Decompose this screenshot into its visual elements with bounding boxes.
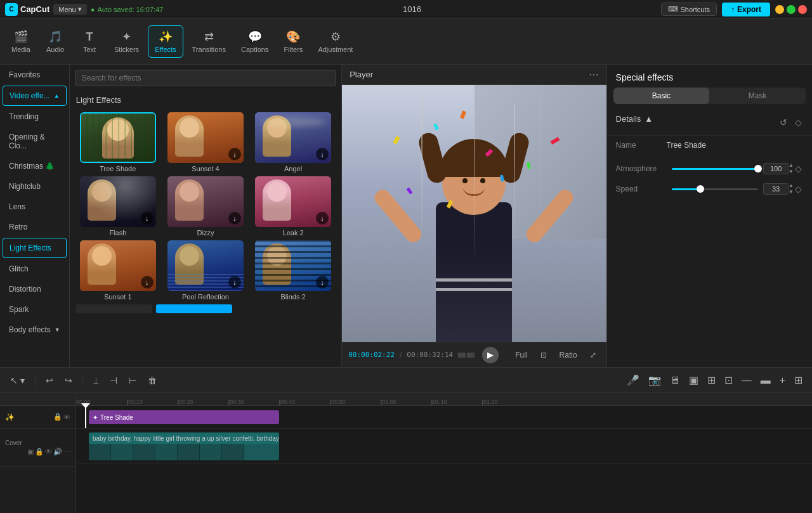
download-icon-sunset1[interactable]: ↓ [141, 276, 154, 289]
maximize-button[interactable] [787, 5, 796, 14]
fit-button[interactable]: ⊞ [791, 372, 806, 388]
tool-captions[interactable]: 💬 Captions [235, 26, 275, 57]
zoom-minus-icon[interactable]: — [738, 373, 755, 388]
crop-button[interactable]: ⊡ [537, 349, 551, 361]
filters-icon: 🎨 [286, 30, 300, 44]
video-clip-container[interactable]: baby birthday. happy little girl throwin… [89, 432, 279, 460]
speed-decrement[interactable]: ▼ [789, 189, 794, 195]
atmosphere-value-input[interactable] [763, 163, 789, 174]
atmosphere-increment[interactable]: ▲ [789, 162, 794, 169]
speed-increment[interactable]: ▲ [789, 183, 794, 189]
video-more-button[interactable]: ⋯ [63, 448, 70, 456]
ratio-button[interactable]: Ratio [556, 349, 581, 361]
shortcuts-button[interactable]: ⌨ Shortcuts [661, 3, 717, 16]
zoom-plus-icon[interactable]: + [776, 373, 789, 388]
sidebar-item-lens[interactable]: Lens [3, 197, 67, 216]
app-logo: C CapCut [5, 3, 49, 16]
speed-slider[interactable] [672, 183, 759, 195]
sidebar-item-spark[interactable]: Spark [3, 300, 67, 319]
reset-button[interactable]: ↺ [778, 116, 789, 129]
speed-diamond-icon[interactable]: ◇ [794, 183, 803, 195]
effect-item-tree-shade[interactable]: Tree Shade [76, 112, 160, 172]
slider-thumb[interactable] [754, 165, 762, 172]
download-icon-pool[interactable]: ↓ [228, 276, 241, 289]
sidebar-item-distortion[interactable]: Distortion [3, 280, 67, 299]
text-icon: T [86, 30, 93, 44]
delete-button[interactable]: 🗑 [144, 373, 160, 387]
video-visibility-button[interactable]: 👁 [45, 448, 52, 456]
export-button[interactable]: ↑ Export [722, 3, 770, 16]
tool-media[interactable]: 🎬 Media [5, 26, 37, 57]
expand-button[interactable]: ⤢ [586, 349, 600, 361]
transition-icon[interactable]: ⊡ [721, 372, 736, 388]
zoom-slider-icon[interactable]: ▬ [757, 373, 774, 388]
download-icon-leak2[interactable]: ↓ [316, 212, 329, 224]
effects-search-input[interactable] [75, 70, 336, 86]
sidebar-item-glitch[interactable]: Glitch [3, 259, 67, 278]
play-button[interactable]: ▶ [482, 347, 499, 363]
video-audio-button[interactable]: 🔊 [53, 448, 62, 456]
split-left-button[interactable]: ⊣ [106, 373, 121, 387]
tab-mask[interactable]: Mask [709, 88, 806, 104]
screen-rec-icon[interactable]: 🖥 [667, 373, 683, 388]
pip-icon[interactable]: ▣ [686, 372, 702, 388]
effect-visibility-button[interactable]: 👁 [63, 413, 70, 421]
effect-clip[interactable]: ✦ Tree Shade [89, 410, 279, 424]
split-button[interactable]: ⟂ [89, 373, 102, 387]
diamond-button[interactable]: ◇ [794, 116, 803, 129]
download-icon-dizzy[interactable]: ↓ [228, 212, 241, 224]
tool-filters[interactable]: 🎨 Filters [277, 26, 309, 57]
tool-text[interactable]: T Text [74, 27, 105, 57]
sidebar-item-light-effects[interactable]: Light Effects [3, 238, 67, 258]
minimize-button[interactable] [775, 5, 784, 14]
video-lock-button[interactable]: 🔒 [35, 448, 44, 456]
redo-button[interactable]: ↪ [61, 373, 76, 387]
tool-transitions[interactable]: ⇄ Transitions [186, 26, 232, 57]
tool-audio[interactable]: 🎵 Audio [39, 26, 71, 57]
split-right-button[interactable]: ⊢ [125, 373, 140, 387]
select-tool-button[interactable]: ↖ ▾ [6, 373, 29, 387]
sidebar-item-body-effects[interactable]: Body effects ▼ [3, 320, 67, 339]
sidebar-item-christmas[interactable]: Christmas 🌲 [3, 157, 67, 176]
tool-effects[interactable]: ✨ Effects [148, 25, 183, 58]
undo-button[interactable]: ↩ [42, 373, 57, 387]
sidebar-item-retro[interactable]: Retro [3, 218, 67, 237]
sidebar-item-opening[interactable]: Opening & Clo... [3, 127, 67, 155]
player-header: Player ⋯ [342, 65, 606, 85]
menu-button[interactable]: Menu ▾ [53, 4, 87, 15]
atmosphere-diamond-icon[interactable]: ◇ [794, 162, 803, 175]
camera-rec-icon[interactable]: 📷 [645, 372, 664, 388]
download-icon-sunset4[interactable]: ↓ [228, 148, 241, 160]
sidebar-item-favorites[interactable]: Favorites [3, 65, 67, 84]
tab-basic[interactable]: Basic [613, 88, 710, 104]
effect-item-pool-reflection[interactable]: ↓ Pool Reflection [164, 240, 247, 301]
tool-adjustment[interactable]: ⚙ Adjustment [311, 26, 359, 57]
effect-item-flash[interactable]: ↓ Flash [76, 176, 160, 237]
speed-value-input[interactable] [763, 183, 789, 195]
merge-icon[interactable]: ⊞ [704, 372, 719, 388]
fullscreen-button[interactable]: Full [511, 349, 531, 361]
effect-item-angel[interactable]: ↓ Angel [251, 112, 335, 172]
sidebar-item-nightclub[interactable]: Nightclub [3, 177, 67, 196]
details-title[interactable]: Details ▲ [616, 114, 653, 124]
download-icon-flash[interactable]: ↓ [141, 212, 154, 224]
sidebar-item-trending[interactable]: Trending [3, 107, 67, 126]
effect-item-blinds2[interactable]: ↓ Blinds 2 [251, 240, 335, 301]
effect-item-leak2[interactable]: ↓ Leak 2 [251, 176, 335, 237]
tool-stickers[interactable]: ✦ Stickers [108, 26, 145, 57]
effect-item-sunset4[interactable]: ↓ Sunset 4 [164, 112, 247, 172]
microphone-icon[interactable]: 🎤 [624, 372, 643, 388]
player-more-icon[interactable]: ⋯ [589, 68, 599, 81]
atmosphere-decrement[interactable]: ▼ [789, 169, 794, 175]
sidebar-item-video-effects[interactable]: Video effe... ▲ [3, 86, 67, 106]
video-pip-button[interactable]: ▣ [27, 448, 34, 456]
close-button[interactable] [798, 5, 807, 14]
effect-item-sunset1[interactable]: ↓ Sunset 1 [76, 240, 160, 301]
retro-label: Retro [9, 223, 27, 231]
download-icon-angel[interactable]: ↓ [316, 148, 329, 160]
effect-item-dizzy[interactable]: ↓ Dizzy [164, 176, 247, 237]
speed-slider-thumb[interactable] [697, 185, 704, 193]
atmosphere-slider[interactable] [672, 162, 759, 175]
effect-lock-button[interactable]: 🔒 [53, 413, 62, 421]
download-icon-blinds2[interactable]: ↓ [316, 276, 329, 289]
